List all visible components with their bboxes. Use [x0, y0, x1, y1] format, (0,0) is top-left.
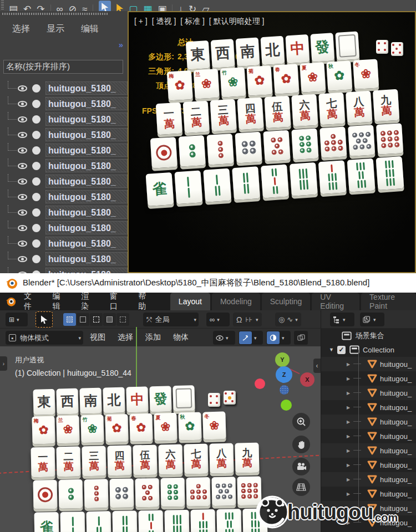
mahjong-tile[interactable]: 西 — [56, 388, 78, 415]
mahjong-tile[interactable] — [84, 479, 109, 508]
outliner-object-row[interactable]: ▶huitugou_ — [321, 429, 416, 443]
expand-arrow-icon[interactable]: ▶ — [347, 420, 350, 424]
toolbar-expand-arrow[interactable]: › — [0, 356, 7, 371]
outliner-object-row[interactable]: ▶huitugou_ — [321, 371, 416, 386]
mahjong-tile[interactable] — [376, 123, 403, 155]
mahjong-tile[interactable] — [139, 510, 164, 532]
selectability-dot-icon[interactable] — [32, 224, 40, 232]
outliner-object-row[interactable]: ▶huitugou_ — [321, 415, 416, 429]
mahjong-tile[interactable] — [191, 509, 216, 532]
mahjong-tile[interactable]: 雀 — [146, 172, 174, 206]
mahjong-tile[interactable]: 一萬 — [156, 103, 182, 135]
mahjong-tile[interactable] — [235, 132, 262, 163]
outliner-display-mode-dropdown[interactable]: ▾ — [330, 313, 354, 326]
tab-uv-editing[interactable]: UV Editing — [312, 293, 359, 310]
die[interactable] — [224, 391, 236, 405]
rect-selection-region-icon[interactable]: ▢ — [129, 4, 138, 11]
select-intersect-icon[interactable] — [116, 313, 129, 326]
bind-to-spacewarp-icon[interactable]: ≈ — [82, 4, 87, 11]
visibility-eye-icon[interactable] — [18, 85, 27, 91]
mahjong-tile[interactable]: 八萬 — [209, 443, 234, 474]
mahjong-tile[interactable] — [335, 32, 359, 60]
die[interactable] — [376, 40, 388, 54]
scene-object-row[interactable]: huitugou_5180_ — [0, 267, 128, 273]
menu-select[interactable]: 选择 — [12, 23, 30, 35]
mahjong-tile[interactable]: 南 — [79, 388, 102, 414]
snap-dropdown-caret[interactable]: ▾ — [256, 317, 258, 323]
zoom-button[interactable] — [292, 413, 310, 431]
mahjong-tile[interactable] — [290, 162, 318, 196]
menu-file[interactable]: 文件 — [24, 291, 38, 311]
mahjong-tile[interactable] — [135, 478, 160, 508]
mahjong-tile[interactable]: 東 — [33, 389, 55, 415]
outliner-object-row[interactable]: ▶huitugou_ — [321, 443, 416, 458]
scene-collection-row[interactable]: 场景集合 — [321, 329, 416, 342]
select-new-icon[interactable] — [63, 313, 76, 326]
sort-header[interactable]: 名称(按升序排序) — [3, 60, 123, 74]
gizmos-toggle[interactable]: ▾ — [239, 331, 263, 345]
chevron-double-icon[interactable]: » — [119, 40, 122, 49]
expand-arrow-icon[interactable]: ▶ — [347, 405, 350, 410]
scene-object-row[interactable]: huitugou_5180_ — [0, 127, 128, 142]
mahjong-tile[interactable]: 西 — [211, 39, 235, 68]
viewport-menu-pov[interactable]: [ 透视 ] — [152, 17, 176, 27]
unlink-icon[interactable]: ⊘ — [69, 4, 77, 11]
selectability-dot-icon[interactable] — [32, 100, 40, 108]
mahjong-tile[interactable]: 秋✿ — [326, 60, 352, 91]
mahjong-tile[interactable]: 梅✿ — [32, 416, 55, 444]
proportional-edit-icon[interactable]: ◎ — [276, 315, 287, 324]
gizmo-minus-y[interactable] — [280, 385, 289, 395]
visibility-eye-icon[interactable] — [18, 147, 27, 154]
visibility-eye-icon[interactable] — [18, 178, 27, 185]
mahjong-tile[interactable]: 三萬 — [82, 446, 106, 476]
scene-object-row[interactable]: huitugou_5180_ — [0, 80, 128, 96]
menu-select[interactable]: 选择 — [118, 332, 133, 342]
gizmo-y-axis[interactable]: Y — [275, 352, 290, 367]
mahjong-tile[interactable]: 發 — [310, 33, 334, 62]
mahjong-tile[interactable]: 梅✿ — [167, 70, 193, 101]
mahjong-tile[interactable]: 春✿ — [129, 413, 153, 442]
scene-object-row[interactable]: huitugou_5180_ — [0, 96, 128, 111]
mahjong-tile[interactable] — [87, 511, 111, 532]
viewport-menu-shading[interactable]: [ 默认明暗处理 ] — [209, 17, 265, 27]
scene-object-row[interactable]: huitugou_5180_ — [0, 236, 128, 251]
toolbar-drag-handle[interactable] — [1, 1, 4, 11]
menu-help[interactable]: 帮助 — [138, 291, 153, 311]
menu-render[interactable]: 渲染 — [81, 291, 95, 311]
visibility-eye-icon[interactable] — [18, 225, 27, 231]
active-tool-select-button[interactable] — [35, 311, 53, 328]
undo-icon[interactable]: ↶ — [23, 4, 31, 11]
mahjong-tile[interactable]: 春✿ — [273, 64, 299, 94]
expand-arrow-icon[interactable]: ▶ — [347, 477, 350, 482]
mahjong-tile[interactable]: 秋✿ — [178, 412, 201, 441]
mahjong-tile[interactable] — [186, 477, 211, 507]
mahjong-tile[interactable]: 菊✿ — [246, 65, 272, 96]
mahjong-tile[interactable]: 八萬 — [346, 91, 372, 124]
expand-arrow-icon[interactable]: ▶ — [347, 376, 350, 381]
expand-arrow-icon[interactable]: ▶ — [347, 362, 350, 367]
select-invert-icon[interactable] — [103, 313, 116, 326]
proportional-dropdown-caret[interactable]: ▾ — [295, 317, 298, 323]
scene-object-row[interactable]: huitugou_5180_ — [0, 111, 128, 127]
mahjong-tile[interactable] — [291, 129, 318, 160]
menu-edit[interactable]: 编辑 — [81, 23, 99, 35]
mahjong-tile[interactable] — [110, 478, 134, 508]
expand-arrow-icon[interactable]: ▶ — [347, 448, 350, 453]
mahjong-tile[interactable]: 二萬 — [56, 446, 80, 477]
scene-object-row[interactable]: huitugou_5180_ — [0, 189, 128, 204]
expand-arrow-icon[interactable]: ▶ — [347, 391, 350, 396]
mahjong-tile[interactable]: 冬❀ — [353, 59, 379, 89]
selectability-dot-icon[interactable] — [32, 146, 40, 155]
visibility-eye-icon[interactable] — [18, 241, 27, 247]
mahjong-tile[interactable]: 兰❀ — [194, 69, 220, 99]
link-icon[interactable]: ∞ — [57, 4, 63, 11]
mahjong-tile[interactable]: 七萬 — [318, 93, 345, 125]
mahjong-tile[interactable] — [179, 135, 206, 167]
blender-app-menu-icon[interactable] — [6, 296, 16, 307]
collapse-arrow-icon[interactable]: ▼ — [329, 347, 334, 352]
tab-sculpting[interactable]: Sculpting — [262, 293, 311, 310]
transform-orientation-dropdown[interactable]: ⤱ 全局 ▾ — [143, 313, 199, 326]
mahjong-tile[interactable] — [60, 511, 85, 532]
mahjong-tile[interactable]: 北 — [261, 36, 285, 65]
gizmo-x-axis[interactable]: X — [300, 372, 314, 387]
